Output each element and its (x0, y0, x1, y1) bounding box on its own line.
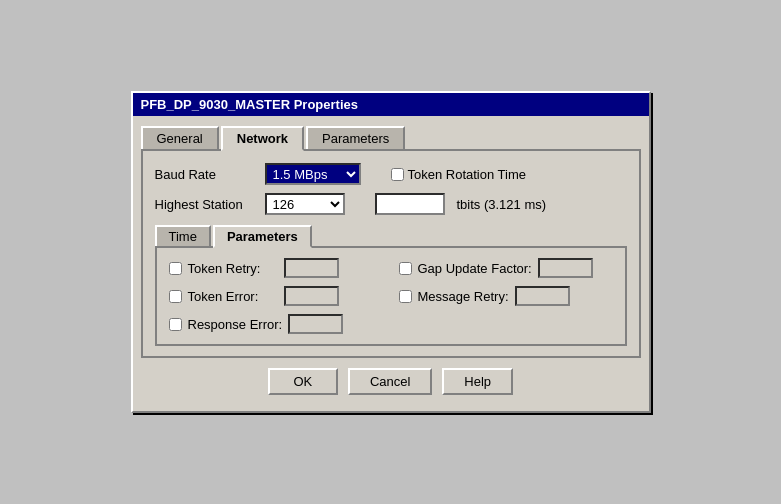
inner-tabs: Time Parameters (155, 223, 627, 248)
empty-cell (399, 314, 613, 334)
help-button[interactable]: Help (442, 368, 513, 395)
token-rotation-section: Token Rotation Time (391, 167, 527, 182)
token-error-label: Token Error: (188, 289, 278, 304)
tbits-input[interactable]: 4681 (375, 193, 445, 215)
token-retry-row: Token Retry: 4 (169, 258, 383, 278)
tbits-section: 4681 tbits (3.121 ms) (375, 193, 547, 215)
response-error-label: Response Error: (188, 317, 283, 332)
token-error-row: Token Error: 255 (169, 286, 383, 306)
response-error-row: Response Error: 15 (169, 314, 383, 334)
gap-update-input[interactable]: 128 (538, 258, 593, 278)
message-retry-input[interactable]: 4 (515, 286, 570, 306)
token-retry-checkbox[interactable] (169, 262, 182, 275)
tab-parameters-top[interactable]: Parameters (306, 126, 405, 149)
gap-update-row: Gap Update Factor: 128 (399, 258, 613, 278)
tab-time[interactable]: Time (155, 225, 211, 246)
tab-parameters-inner[interactable]: Parameters (213, 225, 312, 248)
baud-rate-wrapper: 1.5 MBps 500 KBps 187.5 KBps 93.75 KBps (265, 163, 361, 185)
token-retry-label: Token Retry: (188, 261, 278, 276)
gap-update-checkbox[interactable] (399, 262, 412, 275)
tab-network[interactable]: Network (221, 126, 304, 151)
baud-rate-select[interactable]: 1.5 MBps 500 KBps 187.5 KBps 93.75 KBps (265, 163, 361, 185)
dialog-title: PFB_DP_9030_MASTER Properties (141, 97, 358, 112)
dialog-content: General Network Parameters Baud Rate 1.5… (133, 116, 649, 411)
main-panel: Baud Rate 1.5 MBps 500 KBps 187.5 KBps 9… (141, 151, 641, 358)
message-retry-label: Message Retry: (418, 289, 509, 304)
baud-rate-label: Baud Rate (155, 167, 265, 182)
params-grid: Token Retry: 4 Gap Update Factor: 128 To… (169, 258, 613, 334)
tab-general[interactable]: General (141, 126, 219, 149)
tbits-unit: tbits (3.121 ms) (457, 197, 547, 212)
button-row: OK Cancel Help (141, 358, 641, 403)
highest-station-label: Highest Station (155, 197, 265, 212)
highest-station-row: Highest Station 126 63 31 4681 tbits (3.… (155, 193, 627, 215)
token-error-input[interactable]: 255 (284, 286, 339, 306)
token-error-checkbox[interactable] (169, 290, 182, 303)
title-bar: PFB_DP_9030_MASTER Properties (133, 93, 649, 116)
message-retry-checkbox[interactable] (399, 290, 412, 303)
message-retry-row: Message Retry: 4 (399, 286, 613, 306)
properties-dialog: PFB_DP_9030_MASTER Properties General Ne… (131, 91, 651, 413)
token-rotation-label[interactable]: Token Rotation Time (391, 167, 527, 182)
response-error-input[interactable]: 15 (288, 314, 343, 334)
gap-update-label: Gap Update Factor: (418, 261, 532, 276)
token-rotation-checkbox[interactable] (391, 168, 404, 181)
parameters-panel: Token Retry: 4 Gap Update Factor: 128 To… (155, 248, 627, 346)
cancel-button[interactable]: Cancel (348, 368, 432, 395)
top-tabs: General Network Parameters (141, 124, 641, 151)
token-retry-input[interactable]: 4 (284, 258, 339, 278)
highest-station-select[interactable]: 126 63 31 (265, 193, 345, 215)
ok-button[interactable]: OK (268, 368, 338, 395)
baud-rate-row: Baud Rate 1.5 MBps 500 KBps 187.5 KBps 9… (155, 163, 627, 185)
response-error-checkbox[interactable] (169, 318, 182, 331)
